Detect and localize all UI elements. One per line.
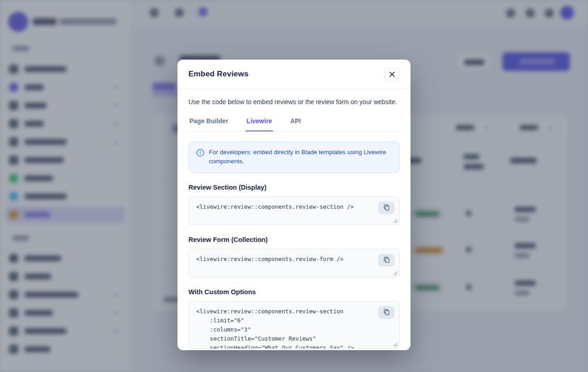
close-icon xyxy=(389,71,395,77)
copy-icon xyxy=(383,309,390,316)
modal-title: Embed Reviews xyxy=(188,70,248,79)
resize-handle-icon[interactable] xyxy=(392,218,398,223)
tab-page-builder[interactable]: Page Builder xyxy=(188,115,229,131)
copy-button[interactable] xyxy=(378,201,395,214)
code-text: <livewire:review::components.review-sect… xyxy=(196,202,374,211)
section-heading-review-form: Review Form (Collection) xyxy=(188,236,400,243)
copy-icon xyxy=(383,256,390,263)
embed-reviews-modal: Embed Reviews Use the code below to embe… xyxy=(177,60,411,350)
copy-button[interactable] xyxy=(378,254,395,266)
resize-handle-icon[interactable] xyxy=(392,342,398,347)
developer-info-alert: For developers: embed directly in Blade … xyxy=(188,141,400,173)
resize-handle-icon[interactable] xyxy=(392,270,398,276)
modal-body: Use the code below to embed reviews or t… xyxy=(177,89,411,349)
tab-api[interactable]: API xyxy=(289,115,302,131)
code-block-custom-options[interactable]: <livewire:review::components.review-sect… xyxy=(188,301,400,349)
close-button[interactable] xyxy=(384,68,400,80)
tab-livewire[interactable]: Livewire xyxy=(246,115,273,131)
code-block-review-form[interactable]: <livewire:review::components.review-form… xyxy=(188,249,400,277)
info-text: For developers: embed directly in Blade … xyxy=(209,148,392,166)
copy-icon xyxy=(383,204,390,211)
modal-header: Embed Reviews xyxy=(177,60,411,89)
modal-description: Use the code below to embed reviews or t… xyxy=(188,98,400,106)
code-block-review-section[interactable]: <livewire:review::components.review-sect… xyxy=(188,196,400,225)
copy-button[interactable] xyxy=(378,306,395,319)
embed-tabs: Page Builder Livewire API xyxy=(188,115,400,131)
code-text: <livewire:review::components.review-form… xyxy=(196,255,374,264)
info-icon xyxy=(196,149,204,157)
code-text: <livewire:review::components.review-sect… xyxy=(196,307,374,349)
section-heading-review-section: Review Section (Display) xyxy=(188,184,400,191)
section-heading-custom-options: With Custom Options xyxy=(188,288,400,296)
